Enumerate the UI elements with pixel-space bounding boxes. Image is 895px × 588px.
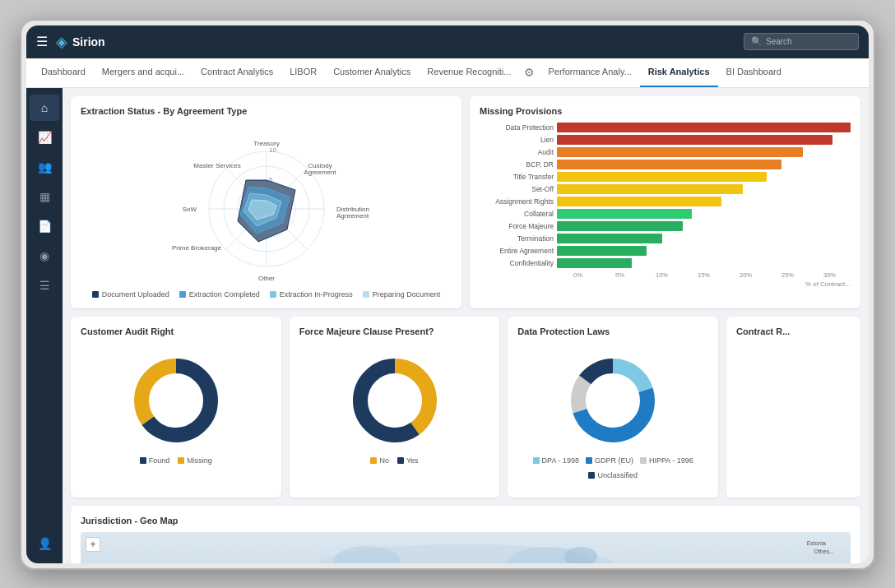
axis-note: % of Contract...	[480, 280, 851, 288]
bar-fill	[557, 123, 851, 132]
hamburger-icon[interactable]: ☰	[36, 34, 48, 49]
bar-fill	[557, 135, 832, 145]
nav-risk-analytics[interactable]: Risk Analytics	[640, 58, 718, 87]
bar-row: BCP, DR	[480, 160, 851, 169]
sidebar-home[interactable]: ⌂	[30, 95, 59, 121]
bar-fill	[557, 184, 743, 194]
bar-label: BCP, DR	[480, 160, 554, 169]
axis-tick: 25%	[767, 271, 809, 279]
bar-row: Set-Off	[480, 184, 851, 194]
bar-label: Data Protection	[480, 123, 554, 132]
settings-icon[interactable]: ⚙	[519, 66, 540, 79]
bar-row: Collateral	[480, 209, 851, 219]
svg-text:Prime Brokerage: Prime Brokerage	[171, 244, 221, 252]
customer-audit-legend: Found Missing	[140, 456, 212, 465]
sidebar-circle[interactable]: ◉	[30, 243, 59, 269]
geo-map-placeholder: + Estonia Othes...	[81, 532, 851, 563]
bar-label: Assignment Rights	[480, 197, 554, 206]
search-box[interactable]: 🔍 Search	[744, 33, 859, 50]
geo-label-other: Othes...	[814, 549, 834, 554]
sidebar: ⌂ 📈 👥 ▦ 📄 ◉ ☰ 👤	[26, 88, 63, 563]
bar-axis: 0%5%10%15%20%25%30%	[480, 271, 851, 279]
content-area: Extraction Status - By Agreement Type	[63, 88, 869, 563]
sidebar-grid[interactable]: ▦	[30, 183, 59, 210]
force-majeure-legend: No Yes	[370, 456, 418, 465]
nav-performance[interactable]: Performance Analy...	[540, 58, 639, 87]
customer-audit-chart	[127, 351, 225, 450]
legend-inprogress: Extraction In-Progress	[270, 290, 353, 299]
bar-chart: Data ProtectionLienAuditBCP, DRTitle Tra…	[480, 123, 851, 279]
bar-track	[557, 135, 851, 145]
nav-dashboard[interactable]: Dashboard	[33, 58, 94, 87]
bar-track	[557, 147, 851, 157]
bar-row: Entire Agreement	[480, 246, 851, 256]
legend-missing: Missing	[178, 456, 212, 465]
bar-track	[557, 160, 851, 169]
axis-tick: 5%	[599, 271, 641, 279]
axis-tick: 20%	[725, 271, 767, 279]
legend-yes: Yes	[397, 456, 419, 465]
sidebar-users[interactable]: 👥	[30, 154, 59, 180]
customer-audit-card: Customer Audit Right	[71, 317, 281, 498]
bar-label: Force Majeure	[480, 222, 554, 230]
svg-text:Master Services: Master Services	[193, 162, 240, 169]
bar-label: Confidentiality	[480, 259, 554, 267]
radar-container: 10 5 Treasury	[81, 123, 452, 299]
axis-tick: 30%	[809, 271, 851, 279]
nav-contract-analytics[interactable]: Contract Analytics	[192, 58, 281, 87]
bar-row: Data Protection	[480, 123, 851, 132]
bar-track	[557, 221, 851, 231]
bar-row: Audit	[480, 147, 851, 157]
customer-audit-title: Customer Audit Right	[81, 326, 271, 336]
sidebar-list[interactable]: ☰	[30, 272, 59, 299]
bar-row: Lien	[480, 135, 851, 145]
force-majeure-title: Force Majeure Clause Present?	[299, 326, 490, 336]
geo-map-title: Jurisdiction - Geo Map	[81, 516, 851, 525]
extraction-status-card: Extraction Status - By Agreement Type	[71, 96, 461, 308]
geo-map-card: Jurisdiction - Geo Map + Estonia Othes..…	[71, 506, 860, 563]
geo-label-estonia: Estonia	[807, 540, 826, 546]
missing-provisions-card: Missing Provisions Data ProtectionLienAu…	[470, 96, 860, 308]
nav-revenue[interactable]: Revenue Recogniti...	[419, 58, 519, 87]
svg-text:Other: Other	[257, 275, 274, 282]
bar-fill	[557, 147, 803, 157]
bar-track	[557, 123, 851, 132]
bar-fill	[557, 221, 683, 231]
missing-provisions-title: Missing Provisions	[480, 106, 851, 116]
bar-fill	[557, 209, 692, 219]
bar-row: Assignment Rights	[480, 197, 851, 206]
sidebar-docs[interactable]: 📄	[30, 213, 59, 239]
bar-label: Title Transfer	[480, 173, 554, 181]
legend-found: Found	[140, 456, 170, 465]
sidebar-user[interactable]: 👤	[30, 530, 59, 557]
bar-track	[557, 184, 851, 194]
legend-uploaded: Document Uploaded	[92, 290, 169, 299]
force-majeure-card: Force Majeure Clause Present? No	[290, 317, 500, 498]
bar-row: Confidentiality	[480, 258, 851, 268]
bar-track	[557, 246, 851, 256]
logo-icon: ◈	[56, 33, 67, 51]
legend-completed: Extraction Completed	[179, 290, 260, 299]
legend-hippa: HIPPA - 1996	[640, 456, 693, 465]
svg-text:SoW: SoW	[182, 206, 197, 213]
nav-mergers[interactable]: Mergers and acqui...	[94, 58, 192, 87]
top-row: Extraction Status - By Agreement Type	[71, 96, 860, 308]
axis-tick: 0%	[557, 271, 599, 279]
bar-track	[557, 172, 851, 182]
bar-fill	[557, 160, 781, 169]
bar-label: Audit	[480, 148, 554, 156]
nav-libor[interactable]: LIBOR	[281, 58, 325, 87]
bar-label: Termination	[480, 234, 554, 243]
bar-row: Force Majeure	[480, 221, 851, 231]
nav-bi-dashboard[interactable]: BI Dashboard	[718, 58, 790, 87]
bar-label: Collateral	[480, 210, 554, 218]
main-layout: ⌂ 📈 👥 ▦ 📄 ◉ ☰ 👤 Extraction Status - By A…	[26, 88, 869, 563]
nav-customer-analytics[interactable]: Customer Analytics	[325, 58, 419, 87]
bar-label: Set-Off	[480, 185, 554, 193]
customer-audit-donut: Found Missing	[81, 343, 271, 473]
data-protection-chart	[563, 351, 662, 450]
legend-unclassified: Unclassified	[588, 471, 638, 479]
legend-gdpr: GDPR (EU)	[586, 456, 633, 465]
sidebar-analytics[interactable]: 📈	[30, 124, 59, 150]
bar-track	[557, 234, 851, 243]
